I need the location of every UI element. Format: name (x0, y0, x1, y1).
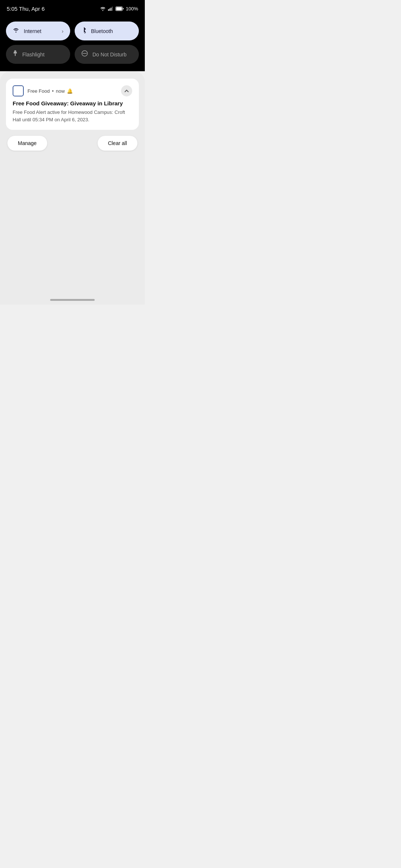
notification-card: Free Food • now 🔔 Free Food Giveaway: Gi… (6, 79, 139, 130)
svg-rect-5 (116, 7, 122, 10)
dnd-tile-icon (81, 50, 88, 59)
notif-title: Free Food Giveaway: Giveaway in Library (13, 100, 132, 106)
tile-flashlight[interactable]: Flashlight (6, 45, 70, 64)
status-bar: 5:05 Thu, Apr 6 100% (0, 0, 145, 16)
battery-icon (115, 6, 124, 11)
tile-flashlight-label: Flashlight (22, 52, 45, 57)
notif-header-left: Free Food • now 🔔 (13, 85, 73, 96)
tile-bluetooth-label: Bluetooth (91, 28, 113, 34)
battery-percent: 100% (126, 6, 138, 11)
notif-body: Free Food Alert active for Homewood Camp… (13, 109, 132, 123)
quick-settings: Internet › Bluetooth Flashlight (0, 16, 145, 71)
svg-rect-2 (111, 7, 111, 10)
tile-dnd-label: Do Not Disturb (92, 52, 127, 57)
notif-app-meta: Free Food • now 🔔 (27, 88, 73, 94)
svg-rect-7 (14, 50, 16, 52)
tile-internet-arrow: › (62, 28, 63, 34)
home-indicator (0, 294, 145, 305)
clear-all-button[interactable]: Clear all (98, 136, 137, 151)
svg-rect-1 (109, 8, 110, 10)
tile-dnd[interactable]: Do Not Disturb (75, 45, 139, 64)
notif-collapse-button[interactable] (121, 85, 132, 96)
manage-button[interactable]: Manage (7, 136, 47, 151)
flashlight-tile-icon (13, 50, 18, 59)
action-buttons: Manage Clear all (6, 136, 139, 151)
notif-header: Free Food • now 🔔 (13, 85, 132, 96)
notif-app-icon (13, 85, 24, 96)
notifications-area: Free Food • now 🔔 Free Food Giveaway: Gi… (0, 71, 145, 294)
wifi-icon (100, 6, 106, 11)
svg-rect-0 (108, 9, 109, 10)
notif-timestamp: now (56, 88, 65, 94)
tile-internet[interactable]: Internet › (6, 22, 70, 40)
notif-bell-icon: 🔔 (67, 88, 73, 94)
notif-app-name: Free Food (27, 88, 50, 94)
status-icons: 100% (100, 6, 138, 11)
home-bar (50, 299, 95, 301)
notif-dot: • (52, 88, 54, 94)
status-time: 5:05 Thu, Apr 6 (7, 6, 45, 12)
svg-rect-3 (112, 6, 113, 10)
tile-bluetooth[interactable]: Bluetooth (75, 22, 139, 40)
tile-internet-label: Internet (24, 28, 41, 34)
bluetooth-tile-icon (81, 27, 87, 35)
svg-rect-8 (15, 53, 16, 56)
signal-icon (108, 6, 113, 11)
wifi-tile-icon (13, 27, 19, 35)
